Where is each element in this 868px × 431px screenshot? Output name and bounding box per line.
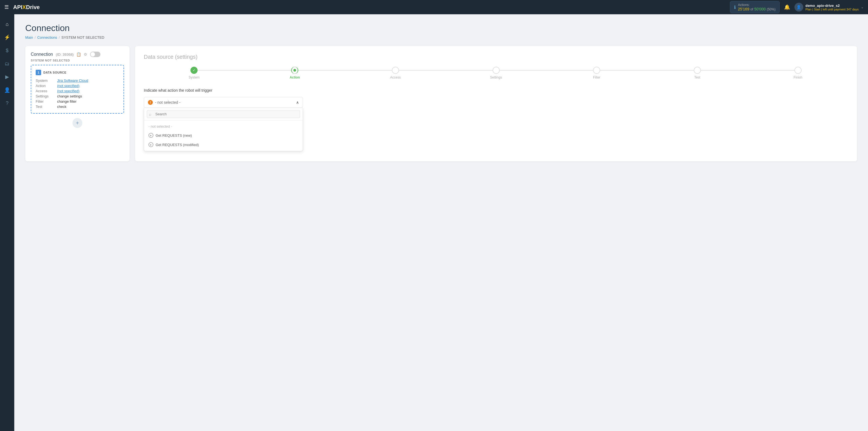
step-label-finish: Finish (794, 75, 802, 79)
dropdown-options: - not selected - ▶ Get REQUESTS (new) ▶ … (144, 121, 303, 151)
sidebar-item-help[interactable]: ? (2, 98, 12, 109)
user-plan: Plan | Start | left until payment 347 da… (805, 8, 859, 11)
play-icon-1: ▶ (149, 133, 153, 138)
ds-value-filter: change filter (57, 99, 76, 103)
ds-label-system: System (36, 79, 55, 83)
option-requests-modified-label: Get REQUESTS (modified) (156, 143, 199, 147)
action-section: Indicate what action the robot will trig… (144, 88, 848, 108)
page-title: Connection (25, 23, 857, 33)
avatar-icon: 👤 (796, 5, 801, 9)
actions-label: Actions: (738, 3, 776, 7)
actions-total: 50'000 (754, 7, 766, 11)
sidebar-item-profile[interactable]: 👤 (2, 85, 12, 95)
logo-pre: API (13, 4, 22, 10)
connection-title-text: Connection (31, 52, 53, 57)
warning-icon: ! (148, 100, 153, 105)
logo-x: X (22, 4, 26, 10)
breadcrumb-main[interactable]: Main (25, 35, 33, 39)
logo-post: Drive (26, 4, 40, 10)
step-system[interactable]: ✓ System (144, 67, 245, 79)
step-filter[interactable]: Filter (547, 67, 647, 79)
user-name: demo_apix-drive_s2 (805, 4, 859, 8)
user-section[interactable]: 👤 demo_apix-drive_s2 Plan | Start | left… (795, 3, 864, 11)
step-circle-test (694, 67, 701, 74)
connection-toggle[interactable] (90, 52, 100, 57)
dropdown-option-empty[interactable]: - not selected - (144, 122, 303, 131)
action-description: Indicate what action the robot will trig… (144, 88, 848, 93)
sidebar-item-projects[interactable]: 🗂 (2, 58, 12, 69)
ds-label-access: Access (36, 89, 55, 93)
step-circle-access (392, 67, 399, 74)
actions-badge: ℹ Actions: 25'169 of 50'000 (50%) (730, 1, 780, 13)
step-label-access: Access (390, 75, 401, 79)
connection-id: (ID: 39368) (56, 53, 73, 57)
bell-icon[interactable]: 🔔 (784, 4, 790, 10)
main-content: Connection Main / Connections / SYSTEM N… (14, 14, 868, 431)
breadcrumb-sep2: / (59, 35, 60, 39)
datasource-number: 1 (36, 70, 41, 75)
ds-value-test: check (57, 104, 66, 109)
step-label-filter: Filter (593, 75, 600, 79)
step-circle-finish (795, 67, 802, 74)
info-icon: ℹ (734, 5, 736, 10)
step-label-action: Action (289, 75, 300, 79)
step-label-test: Test (694, 75, 700, 79)
step-action[interactable]: Action (245, 67, 345, 79)
datasource-header: 1 DATA SOURCE (36, 70, 119, 75)
ds-value-access[interactable]: (not specified) (57, 89, 80, 93)
step-dot-action (292, 67, 298, 74)
ds-value-settings: change settings (57, 94, 82, 98)
dropdown-menu: - not selected - ▶ Get REQUESTS (new) ▶ … (144, 108, 303, 151)
dropdown-container: ! - not selected - ∧ (144, 97, 303, 108)
datasource-settings-paren-text: (settings) (175, 54, 197, 60)
ds-label-action: Action (36, 84, 55, 88)
ds-value-system[interactable]: Jira Software Cloud (57, 79, 88, 83)
logo-text: APIXDrive (13, 4, 40, 10)
ds-label-filter: Filter (36, 99, 55, 103)
step-circle-settings (493, 67, 500, 74)
logo: APIXDrive (13, 4, 40, 10)
sidebar-item-video[interactable]: ▶ (2, 71, 12, 82)
add-block-button[interactable]: + (72, 118, 82, 128)
step-finish[interactable]: Finish (747, 67, 848, 79)
connection-title: Connection (ID: 39368) (31, 52, 73, 57)
hamburger-icon[interactable]: ☰ (4, 4, 9, 10)
settings-icon[interactable]: ⚙ (84, 52, 87, 57)
right-card-title: Data source (settings) (144, 54, 848, 60)
ds-label-settings: Settings (36, 94, 55, 98)
dropdown-search (144, 108, 303, 121)
ds-value-action[interactable]: (not specified) (57, 84, 80, 88)
ds-row-filter: Filter change filter (36, 99, 119, 103)
avatar: 👤 (795, 3, 803, 11)
user-info: demo_apix-drive_s2 Plan | Start | left u… (805, 4, 859, 11)
dropdown-option-requests-new[interactable]: ▶ Get REQUESTS (new) (144, 131, 303, 140)
dropdown-option-requests-modified[interactable]: ▶ Get REQUESTS (modified) (144, 140, 303, 149)
step-circle-filter (593, 67, 600, 74)
breadcrumb-connections[interactable]: Connections (37, 35, 57, 39)
dropdown-trigger-left: ! - not selected - (148, 100, 181, 105)
step-settings[interactable]: Settings (446, 67, 547, 79)
datasource-rows: System Jira Software Cloud Action (not s… (36, 79, 119, 109)
step-label-system: System (189, 75, 199, 79)
search-input[interactable] (147, 110, 300, 118)
step-label-settings: Settings (490, 75, 502, 79)
actions-values: 25'169 of 50'000 (50%) (738, 7, 776, 11)
user-plan-text: Plan | Start | left until payment (805, 8, 845, 11)
step-access[interactable]: Access (345, 67, 446, 79)
card-header: Connection (ID: 39368) 📋 ⚙ (31, 52, 124, 57)
play-icon-2: ▶ (149, 142, 153, 147)
sidebar-item-billing[interactable]: $ (2, 45, 12, 56)
copy-icon[interactable]: 📋 (76, 52, 81, 57)
sidebar-item-connections[interactable]: ⚡ (2, 32, 12, 43)
ds-row-test: Test check (36, 104, 119, 109)
breadcrumb: Main / Connections / SYSTEM NOT SELECTED (25, 35, 857, 39)
sidebar-item-home[interactable]: ⌂ (2, 19, 12, 30)
step-test[interactable]: Test (647, 67, 748, 79)
system-not-selected-label: SYSTEM NOT SELECTED (31, 59, 124, 62)
dropdown-trigger[interactable]: ! - not selected - ∧ (144, 97, 303, 108)
datasource-settings-title: Data source (144, 54, 174, 60)
stepper: ✓ System Action Access (144, 67, 848, 79)
breadcrumb-current: SYSTEM NOT SELECTED (61, 35, 104, 39)
datasource-label: DATA SOURCE (43, 71, 66, 74)
actions-pct: (50%) (767, 7, 776, 11)
